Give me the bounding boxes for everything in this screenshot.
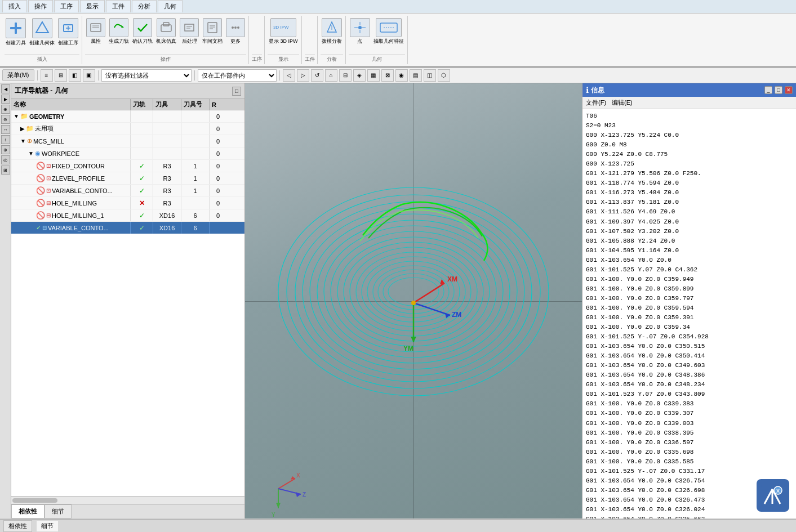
col-header-track: 刀轨 [131,99,153,110]
gcode-content[interactable]: T06S2=0 M23G00 X-123.725 Y5.224 C0.0G00 … [582,109,796,518]
gcode-line: G01 X-118.774 Y5.594 Z0.0 [586,178,793,188]
gcode-line: G01 X-100. Y0.0 Z0.0 C339.307 [586,409,793,418]
gcode-win-close[interactable]: ✕ [785,86,793,94]
side-btn9[interactable]: ⊞ [1,166,10,175]
tb-grid[interactable]: ⊟ [339,69,352,82]
gcode-line: G00 Y5.224 Z0.0 C8.775 [586,150,793,159]
gcode-line: G00 X-123.725 [586,159,793,169]
svg-text:ZM: ZM [452,311,461,319]
create-tool-btn[interactable]: 创建刀具 [5,17,27,54]
status-tab2[interactable]: 细节 [37,521,58,531]
edit-menu[interactable]: 编辑(E) [612,99,633,107]
workshop-doc-btn[interactable]: 车间文档 [201,17,224,54]
gcode-line: G01 X-121.279 Y5.506 Z0.0 F250. [586,169,793,178]
confirm-toolpath-btn[interactable]: 确认刀轨 [131,17,154,54]
tb-refresh[interactable]: ↺ [311,69,323,82]
tree-row-hole-milling[interactable]: 🚫 ⊟ HOLE_MILLING ✕ R3 0 [11,197,244,209]
status-tab1[interactable]: 相依性 [3,520,32,532]
tb-btn1[interactable]: ≡ [41,69,53,82]
tb-arrow-left[interactable]: ◁ [283,69,295,82]
viewport[interactable]: XM YM ZM [245,83,582,518]
tree-row-variable2-selected[interactable]: ✓ ⊟ VARIABLE_CONTO... ✓ XD16 6 [11,222,244,234]
tb-view4[interactable]: ▤ [410,69,422,82]
tb-btn4[interactable]: ▣ [83,69,95,82]
tab-analyze[interactable]: 分析 [132,0,157,12]
tb-view2[interactable]: ⊠ [381,69,394,82]
file-menu[interactable]: 文件(F) [586,99,606,107]
side-btn4[interactable]: ⊝ [1,115,10,124]
tree-row[interactable]: ▼ ◉ WORKPIECE 0 [11,147,244,160]
gcode-line: G01 X-100. Y0.0 Z0.0 C359.899 [586,284,793,294]
tree-row-hole-milling-1[interactable]: 🚫 ⊟ HOLE_MILLING_1 ✓ XD16 6 0 [11,209,244,222]
tree-row-zlevel[interactable]: 🚫 ⊡ ZLEVEL_PROFILE ✓ R3 1 0 [11,172,244,185]
svg-point-23 [358,26,362,29]
tb-layers[interactable]: ◈ [353,69,366,82]
side-btn2[interactable]: ▶ [1,95,10,104]
more-btn[interactable]: 更多 [225,17,246,54]
tree-row-variable1[interactable]: 🚫 ⊡ VARIABLE_CONTO... ✓ R3 1 0 [11,185,244,197]
tab-gongxu[interactable]: 工序 [54,0,79,12]
gcode-panel: ℹ 信息 _ □ ✕ 文件(F) 编辑(E) T06S2=0 M23G00 X-… [582,83,796,518]
tree-row[interactable]: ▼ 📁 GEOMETRY 0 [11,110,244,123]
err-icon2: 🚫 [36,174,45,182]
tab-operate[interactable]: 操作 [28,0,53,12]
tb-view1[interactable]: ▦ [367,69,380,82]
side-btn5[interactable]: ↔ [1,125,10,134]
tb-btn3[interactable]: ◧ [69,69,81,82]
tab-display[interactable]: 显示 [80,0,105,12]
gcode-win-btn2[interactable]: □ [775,86,782,94]
tree-row-fixed-contour[interactable]: 🚫 ⊡ FIXED_CONTOUR ✓ R3 1 0 [11,160,244,172]
gcode-line: G01 X-100. Y0.0 Z0.0 C335.698 [586,448,793,457]
gen-toolpath-btn[interactable]: 生成刀轨 [108,17,130,54]
svg-point-30 [278,187,549,396]
nav-hscrollbar[interactable] [11,496,244,504]
tree-row[interactable]: ▶ 📁 未用项 0 [11,123,244,135]
postprocess-btn[interactable]: 后处理 [179,17,200,54]
machine-sim-btn[interactable]: 机床仿真 [155,17,177,54]
ribbon-group-ops: 属性 生成刀轨 确认刀轨 [83,16,249,64]
ok-icon: ✓ [36,224,41,231]
left-side-panel: ◀ ▶ ⊕ ⊝ ↔ ↕ ⊕ ◎ ⊞ [0,83,11,518]
side-btn6[interactable]: ↕ [1,135,10,144]
side-btn3[interactable]: ⊕ [1,105,10,114]
tb-3d[interactable]: ⬡ [438,69,450,82]
point-btn[interactable]: 点 [349,17,371,54]
nav-close-btn[interactable]: □ [232,87,241,96]
gcode-win-btn1[interactable]: _ [764,86,772,94]
gcode-line: G01 X-101.525 Y-.07 Z0.0 C331.17 [586,467,793,476]
side-btn8[interactable]: ◎ [1,155,10,164]
detail-tab[interactable]: 细节 [45,504,72,518]
op-icon: ⊡ [46,163,51,169]
dep-tab[interactable]: 相依性 [11,504,45,518]
tab-geometry[interactable]: 几何 [158,0,183,12]
create-op-btn[interactable]: 创建工序 [57,17,79,54]
tab-workpiece[interactable]: 工件 [106,0,131,12]
tb-arrow-right[interactable]: ▷ [297,69,309,82]
tb-home[interactable]: ⌂ [325,69,337,82]
svg-point-20 [237,26,239,29]
tab-insert[interactable]: 插入 [2,0,27,12]
tb-btn2[interactable]: ⊞ [55,69,67,82]
menu-btn[interactable]: 菜单(M) [2,69,34,81]
ribbon-group-geometry: 点 抽取几何特征 几何 [346,16,408,64]
draft-analyze-btn[interactable]: 拨模分析 [321,17,343,54]
svg-point-19 [234,26,237,29]
tree-rows-container: ▼ 📁 GEOMETRY 0 ▶ 📁 [11,110,244,496]
side-btn7[interactable]: ⊕ [1,145,10,154]
attr-btn[interactable]: 属性 [85,17,106,54]
toolpath-svg: XM YM ZM [245,83,582,518]
scope-select[interactable]: 仅在工作部件内 [198,69,277,82]
tree-row[interactable]: ▼ ⊕ MCS_MILL 0 [11,135,244,147]
tb-view5[interactable]: ◫ [424,69,436,82]
expand-icon: ▶ [20,126,25,132]
create-geometry-btn[interactable]: 创建几何体 [28,17,56,54]
gcode-panel-title: 信息 [591,86,762,95]
side-btn1[interactable]: ◀ [1,84,10,93]
tb-view3[interactable]: ◉ [395,69,408,82]
filter-select[interactable]: 没有选择过滤器 [101,69,192,82]
gcode-line: G01 X-101.523 Y.07 Z0.0 C343.809 [586,390,793,399]
gcode-line: G01 X-100. Y0.0 Z0.0 C359.949 [586,275,793,284]
extract-geo-btn[interactable]: 抽取几何特征 [372,17,405,54]
show-3d-ipw-btn[interactable]: 3D IPW 显示 3D IPW [268,17,299,54]
svg-line-48 [413,283,444,303]
